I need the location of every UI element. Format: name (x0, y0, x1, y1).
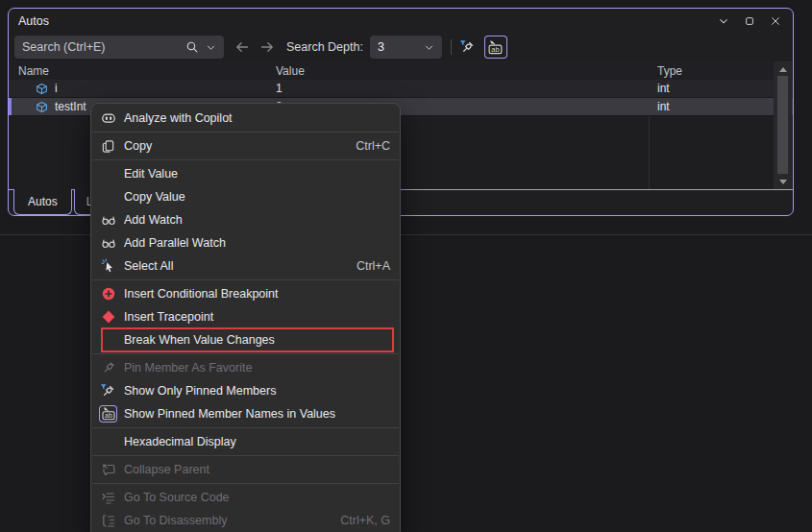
select-all-icon (99, 257, 117, 275)
go-to-disassembly-icon (99, 512, 117, 529)
variable-name: i (55, 82, 58, 95)
menu-item-go-to-source-code[interactable]: Go To Source Code (91, 486, 400, 509)
selection-accent-bar (9, 98, 12, 115)
column-header-name[interactable]: Name (9, 61, 270, 80)
show-only-pinned-members-button[interactable] (456, 36, 480, 59)
show-pinned-member-names-button[interactable]: ab (484, 36, 507, 59)
menu-separator (92, 455, 399, 456)
menu-item-add-parallel-watch[interactable]: Add Parallel Watch (91, 231, 400, 254)
ab-pin-icon: ab (487, 39, 504, 56)
pin-icon (99, 359, 117, 376)
scroll-down-arrow[interactable] (774, 175, 792, 188)
arrow-left-icon (234, 39, 250, 55)
screenshot-root: Autos (0, 0, 812, 532)
go-to-source-icon (99, 489, 117, 506)
window-controls (713, 12, 786, 31)
search-depth-value: 3 (378, 40, 424, 54)
variable-icon (35, 82, 49, 96)
search-forward-button[interactable] (258, 37, 277, 57)
variable-type: int (650, 98, 793, 115)
menu-item-select-all[interactable]: Select All Ctrl+A (91, 254, 400, 278)
menu-item-copy[interactable]: Copy Ctrl+C (91, 134, 400, 157)
variable-type: int (650, 80, 793, 97)
toolbar: Search (Ctrl+E) Search Depth: (9, 33, 793, 61)
watch-glasses-icon (99, 211, 117, 229)
menu-item-edit-value[interactable]: Edit Value (91, 162, 400, 185)
menu-item-copy-value[interactable]: Copy Value (91, 185, 400, 208)
menu-separator (92, 159, 399, 160)
tracepoint-icon (99, 308, 117, 326)
chevron-down-icon (718, 15, 729, 27)
menu-item-show-pinned-member-names[interactable]: ab Show Pinned Member Names in Values (91, 402, 400, 425)
svg-text:ab: ab (492, 45, 500, 54)
menu-separator (92, 427, 399, 428)
search-depth-label: Search Depth: (286, 40, 363, 54)
conditional-breakpoint-icon (99, 285, 117, 302)
search-placeholder: Search (Ctrl+E) (22, 40, 179, 54)
menu-item-pin-member-as-favorite[interactable]: Pin Member As Favorite (91, 356, 400, 379)
maximize-button[interactable] (739, 12, 760, 31)
menu-item-add-watch[interactable]: Add Watch (91, 208, 400, 231)
watch-glasses-icon (99, 234, 117, 252)
chevron-down-icon (424, 42, 434, 53)
window-menu-chevron-button[interactable] (713, 12, 734, 31)
vertical-scrollbar[interactable] (774, 61, 792, 189)
toolbar-separator (451, 39, 452, 55)
variable-icon (35, 100, 49, 114)
menu-item-show-only-pinned-members[interactable]: Show Only Pinned Members (91, 379, 400, 402)
close-icon (770, 15, 781, 27)
ab-pin-icon: ab (99, 405, 117, 423)
menu-item-insert-tracepoint[interactable]: Insert Tracepoint (91, 305, 400, 328)
titlebar[interactable]: Autos (9, 9, 793, 33)
search-back-button[interactable] (233, 37, 252, 57)
context-menu: Analyze with Copilot Copy Ctrl+C Edit Va… (90, 103, 401, 532)
scroll-up-arrow[interactable] (774, 62, 792, 76)
svg-text:ab: ab (105, 412, 112, 419)
menu-separator (92, 279, 399, 280)
arrow-right-icon (259, 39, 275, 55)
menu-item-hexadecimal-display[interactable]: Hexadecimal Display (91, 430, 400, 453)
variable-name: testInt (55, 100, 86, 113)
menu-separator (92, 483, 399, 484)
search-input[interactable]: Search (Ctrl+E) (14, 36, 224, 59)
menu-item-analyze-with-copilot[interactable]: Analyze with Copilot (91, 107, 400, 130)
column-header-value[interactable]: Value (270, 61, 650, 80)
search-depth-select[interactable]: 3 (370, 36, 442, 59)
pin-filter-icon (99, 382, 117, 399)
menu-item-insert-conditional-breakpoint[interactable]: Insert Conditional Breakpoint (91, 282, 400, 305)
menu-separator (92, 353, 399, 354)
collapse-parent-icon (99, 461, 117, 478)
pin-filter-icon (459, 39, 476, 56)
tab-autos[interactable]: Autos (13, 189, 72, 215)
search-options-chevron-icon[interactable] (206, 42, 216, 53)
column-header-type[interactable]: Type (650, 61, 793, 80)
variable-value[interactable]: 1 (270, 80, 650, 97)
copy-icon (99, 137, 117, 155)
maximize-icon (744, 15, 755, 27)
grid-header: Name Value Type (9, 61, 793, 80)
window-title: Autos (18, 14, 49, 28)
search-icon[interactable] (185, 40, 199, 54)
scrollbar-thumb[interactable] (777, 76, 788, 174)
table-row-i[interactable]: i 1 int (9, 80, 793, 98)
copilot-icon (99, 109, 117, 127)
close-button[interactable] (765, 12, 786, 31)
menu-item-break-when-value-changes[interactable]: Break When Value Changes (91, 328, 400, 351)
menu-separator (92, 132, 399, 133)
menu-item-go-to-disassembly[interactable]: Go To Disassembly Ctrl+K, G (91, 509, 400, 532)
menu-item-collapse-parent[interactable]: Collapse Parent (91, 458, 400, 481)
